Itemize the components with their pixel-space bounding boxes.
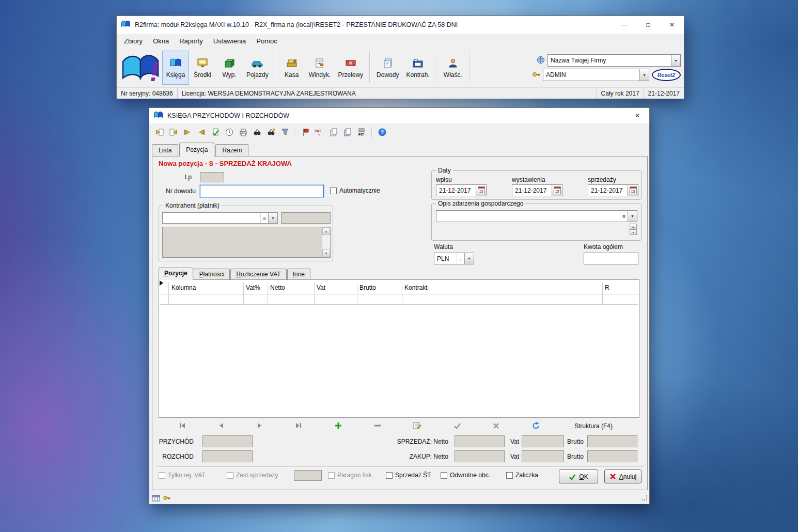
scroll-up-icon[interactable]: ▲ xyxy=(322,227,330,235)
memo-scrollbar[interactable]: ▲ ▼ xyxy=(322,227,330,257)
filter-icon[interactable] xyxy=(279,126,291,138)
menu-okna[interactable]: Okna xyxy=(148,35,174,48)
history-icon[interactable] xyxy=(223,126,236,138)
odwrotne-obc-checkbox[interactable]: Odwrotne obc. xyxy=(441,472,490,479)
opis-select[interactable]: ≡ ▼ xyxy=(436,210,637,222)
toolbar-wlasc-button[interactable]: Właśc. xyxy=(440,51,466,85)
copy-icon[interactable] xyxy=(327,126,340,138)
automatycznie-checkbox[interactable]: Automatycznie xyxy=(330,187,380,194)
nav-first-icon[interactable] xyxy=(177,421,187,430)
calendar-icon[interactable]: 15 xyxy=(552,184,562,196)
prev-record-icon[interactable] xyxy=(153,126,166,138)
toolbar-pojazdy-button[interactable]: Pojazdy xyxy=(243,51,272,85)
nav-prev-icon[interactable] xyxy=(216,421,226,430)
first-record-icon[interactable] xyxy=(181,126,194,138)
reset2-logo[interactable]: Reset2 xyxy=(652,69,681,81)
nav-next-icon[interactable] xyxy=(255,421,265,430)
chevron-down-icon[interactable]: ▼ xyxy=(268,213,277,223)
struktura-label[interactable]: Struktura (F4) xyxy=(574,423,613,430)
main-titlebar[interactable]: R2firma: moduł R2księga MAXI w.10.10 - R… xyxy=(117,16,684,34)
add-row-icon[interactable] xyxy=(333,421,343,430)
tylko-rej-vat-checkbox[interactable]: Tylko rej. VAT xyxy=(159,472,206,479)
lp-field xyxy=(200,172,224,182)
toolbar-srodki-button[interactable]: Środki xyxy=(189,51,216,85)
list-icon[interactable]: ≡ xyxy=(457,253,464,264)
dialog-titlebar[interactable]: KSIĘGA PRZYCHODÓW I ROZCHODÓW ✕ xyxy=(149,108,649,123)
window-title: R2firma: moduł R2księga MAXI w.10.10 - R… xyxy=(135,21,458,28)
zest-sprzedazy-checkbox[interactable]: Zest.sprzedaży xyxy=(227,472,278,479)
toolbar-wyp-button[interactable]: Wyp. xyxy=(216,51,243,85)
chevron-down-icon[interactable]: ▼ xyxy=(671,55,680,66)
ok-button[interactable]: OK xyxy=(559,470,598,483)
toolbar-ksiega-button[interactable]: Księga xyxy=(162,51,189,85)
close-icon[interactable]: ✕ xyxy=(660,16,684,34)
toolbar-dowody-button[interactable]: Dowody xyxy=(373,51,402,85)
menu-ustawienia[interactable]: Ustawienia xyxy=(208,35,252,48)
spin-down-icon[interactable]: ▼ xyxy=(630,229,637,235)
menu-pomoc[interactable]: Pomoc xyxy=(251,35,282,48)
nav-last-icon[interactable] xyxy=(293,421,304,430)
chevron-down-icon[interactable]: ▼ xyxy=(628,211,637,222)
positions-table[interactable]: Kolumna Vat% Netto Vat Brutto Kontrakt R xyxy=(159,279,639,418)
toolbar-przelewy-button[interactable]: Przelewy xyxy=(334,51,367,85)
tab-platnosci[interactable]: Płatności xyxy=(194,269,230,279)
tab-pozycje[interactable]: Pozycje xyxy=(159,268,193,280)
copy-special-icon[interactable] xyxy=(341,126,354,138)
spin-up-icon[interactable]: ▲ xyxy=(630,224,637,229)
confirm-row-icon[interactable] xyxy=(452,421,462,430)
kwota-field[interactable] xyxy=(584,253,638,264)
last-record-icon[interactable] xyxy=(195,126,208,138)
calendar-icon[interactable]: 15 xyxy=(476,184,487,196)
cancel-row-icon[interactable] xyxy=(491,421,501,430)
company-select[interactable]: Nazwa Twojej Firmy ▼ xyxy=(547,54,681,67)
tab-rozliczenie-vat[interactable]: Rozliczenie VAT xyxy=(230,269,286,279)
find-icon[interactable] xyxy=(251,126,263,138)
edit-row-icon[interactable] xyxy=(412,421,423,430)
chevron-down-icon[interactable]: ▼ xyxy=(464,253,474,264)
checkbox-box xyxy=(159,472,165,479)
paragon-fisk-checkbox[interactable]: Paragon fisk. xyxy=(328,472,373,479)
next-record-icon[interactable] xyxy=(167,126,180,138)
close-icon[interactable]: ✕ xyxy=(625,108,649,123)
find-options-icon[interactable] xyxy=(265,126,277,138)
list-icon[interactable]: ≡ xyxy=(620,211,628,222)
tab-lista[interactable]: Lista xyxy=(152,144,178,156)
waluta-select[interactable]: PLN ≡ ▼ xyxy=(434,253,474,264)
help-icon[interactable]: ? xyxy=(376,126,388,138)
nr-dowodu-input[interactable] xyxy=(200,185,324,197)
sprzedazy-date-field[interactable]: 21-12-2017 15 xyxy=(588,184,638,196)
pit-icon[interactable]: PIT xyxy=(355,126,368,138)
tab-pozycja[interactable]: Pozycja xyxy=(179,143,214,157)
sprzedaz-st-checkbox[interactable]: Sprzedaż ŚT xyxy=(386,472,431,479)
toolbar-windyk-button[interactable]: Windyk. xyxy=(305,51,335,85)
zaliczka-checkbox[interactable]: Zaliczka xyxy=(506,472,538,479)
tab-inne[interactable]: Inne xyxy=(287,269,310,279)
wpisu-date-field[interactable]: 21-12-2017 15 xyxy=(436,184,487,196)
user-select[interactable]: ADMIN ▼ xyxy=(543,69,649,81)
menu-zbiory[interactable]: Zbiory xyxy=(119,35,148,48)
columns-icon[interactable] xyxy=(152,494,160,504)
opis-spinner[interactable]: ▲ ▼ xyxy=(630,224,637,236)
menu-raporty[interactable]: Raporty xyxy=(174,35,208,48)
resize-grip[interactable] xyxy=(641,495,648,503)
new-entry-header: Nowa pozycja - S - SPRZEDAŻ KRAJOWA xyxy=(159,160,292,167)
vat-info-icon[interactable]: VAT? xyxy=(314,126,326,138)
lock-key-icon[interactable] xyxy=(163,494,171,504)
toolbar-kasa-button[interactable]: Kasa xyxy=(278,51,305,85)
flag-icon[interactable] xyxy=(300,126,312,138)
calendar-icon[interactable]: 15 xyxy=(628,184,638,196)
toolbar-kontrah-button[interactable]: Kontrah. xyxy=(402,51,433,85)
delete-row-icon[interactable] xyxy=(372,421,383,430)
post-record-icon[interactable] xyxy=(209,126,222,138)
print-icon[interactable] xyxy=(237,126,249,138)
list-icon[interactable]: ≡ xyxy=(260,213,268,223)
maximize-icon[interactable]: □ xyxy=(636,16,660,34)
scroll-down-icon[interactable]: ▼ xyxy=(322,249,330,257)
tab-razem[interactable]: Razem xyxy=(215,144,248,156)
chevron-down-icon[interactable]: ▼ xyxy=(639,69,649,81)
refresh-icon[interactable] xyxy=(531,421,541,430)
kontrahent-select[interactable]: ≡ ▼ xyxy=(162,212,278,224)
anuluj-button[interactable]: Anuluj xyxy=(604,470,641,483)
minimize-icon[interactable]: — xyxy=(613,16,636,34)
wystawienia-date-field[interactable]: 21-12-2017 15 xyxy=(512,184,562,196)
